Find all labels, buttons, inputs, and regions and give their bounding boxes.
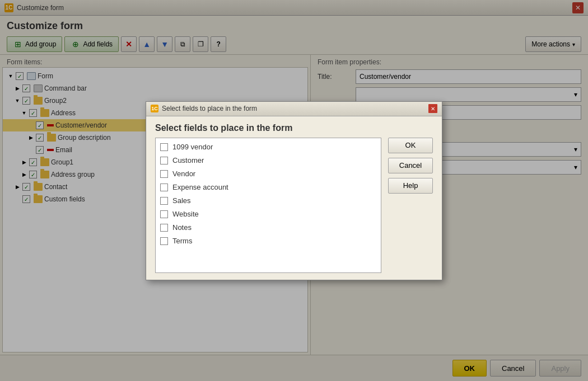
modal-help-button[interactable]: Help: [388, 178, 433, 194]
label-vendor: Vendor: [172, 170, 195, 178]
list-item-expenseaccount[interactable]: Expense account: [156, 181, 381, 194]
select-fields-modal: 1C Select fields to place in the form ✕ …: [146, 101, 442, 280]
modal-heading: Select fields to place in the form: [146, 116, 442, 138]
fields-list[interactable]: 1099 vendor Customer Vendor Expense acco…: [156, 138, 381, 272]
list-item-website[interactable]: Website: [156, 208, 381, 221]
checkbox-sales[interactable]: [160, 197, 168, 205]
checkbox-expenseaccount[interactable]: [160, 184, 168, 191]
label-notes: Notes: [172, 223, 192, 232]
label-expenseaccount: Expense account: [172, 183, 228, 191]
modal-ok-button[interactable]: OK: [388, 138, 433, 153]
checkbox-vendor[interactable]: [160, 170, 168, 178]
modal-content: 1099 vendor Customer Vendor Expense acco…: [146, 138, 442, 280]
modal-overlay: 1C Select fields to place in the form ✕ …: [0, 0, 588, 381]
list-item-notes[interactable]: Notes: [156, 221, 381, 234]
list-item-terms[interactable]: Terms: [156, 234, 381, 248]
list-item-vendor[interactable]: Vendor: [156, 167, 381, 181]
label-customer: Customer: [172, 156, 204, 164]
checkbox-terms[interactable]: [160, 237, 168, 245]
fields-list-container: 1099 vendor Customer Vendor Expense acco…: [155, 138, 381, 273]
modal-title-bar: 1C Select fields to place in the form ✕: [146, 102, 442, 116]
modal-close-button[interactable]: ✕: [428, 104, 437, 113]
modal-action-buttons: OK Cancel Help: [388, 138, 433, 273]
modal-title-text: Select fields to place in the form: [162, 105, 257, 112]
checkbox-website[interactable]: [160, 210, 168, 218]
label-sales: Sales: [172, 196, 191, 205]
label-terms: Terms: [172, 237, 192, 245]
modal-app-icon: 1C: [151, 105, 158, 112]
modal-cancel-button[interactable]: Cancel: [388, 158, 433, 173]
list-item-sales[interactable]: Sales: [156, 194, 381, 208]
checkbox-notes[interactable]: [160, 224, 168, 232]
list-item-customer[interactable]: Customer: [156, 154, 381, 167]
checkbox-customer[interactable]: [160, 157, 168, 164]
list-item-1099vendor[interactable]: 1099 vendor: [156, 140, 381, 154]
label-1099vendor: 1099 vendor: [172, 143, 213, 151]
label-website: Website: [172, 210, 199, 218]
checkbox-1099vendor[interactable]: [160, 143, 168, 151]
